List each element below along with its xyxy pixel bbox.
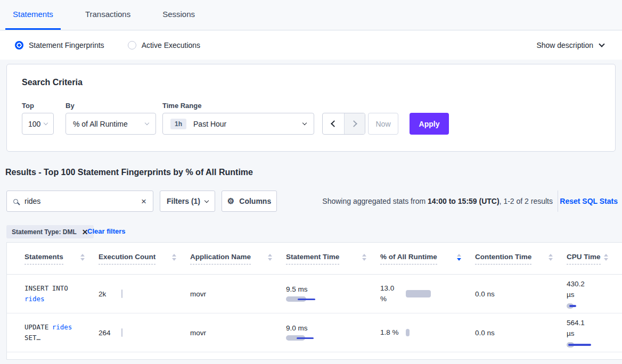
statement-time-cell: 9.5 ms [286, 275, 380, 313]
sort-icon [268, 254, 272, 263]
chevron-down-icon [204, 198, 209, 203]
clear-filters-link[interactable]: Clear filters [87, 227, 126, 235]
search-criteria-title: Search Criteria [22, 78, 83, 87]
view-toggle-bar: Statement Fingerprints Active Executions… [0, 31, 622, 60]
search-input[interactable] [24, 197, 141, 205]
time-next-button[interactable] [344, 113, 365, 134]
cpu-time-bar [567, 342, 604, 348]
chevron-right-icon [350, 120, 357, 127]
col-header-execution-count[interactable]: Execution Count [99, 243, 190, 274]
radio-active-executions[interactable]: Active Executions [128, 41, 201, 49]
statement-time-bar [286, 296, 323, 302]
tab-sessions[interactable]: Sessions [155, 0, 202, 30]
chevron-down-icon [302, 120, 307, 125]
show-description-toggle[interactable]: Show description [536, 41, 604, 49]
search-criteria-panel: Search Criteria Top By Time Range 100 % … [6, 64, 616, 152]
gear-icon: ⚙ [227, 196, 234, 206]
execution-count-cell: 264 [99, 313, 190, 352]
sort-icon [172, 254, 176, 263]
col-header-runtime-pct[interactable]: % of All Runtime [380, 243, 475, 274]
col-header-contention-time[interactable]: Contention Time [475, 243, 567, 274]
col-header-cpu-time[interactable]: CPU Time [567, 243, 622, 274]
chevron-down-icon [145, 120, 149, 125]
table-row: INSERT INTO rides 2k movr 9.5 ms 13.0 % … [7, 275, 622, 313]
chevron-down-icon [44, 120, 48, 125]
radio-label: Active Executions [142, 41, 201, 49]
statement-cell: UPDATE rides SET… [7, 313, 99, 352]
table-header-row: Statements Execution Count Application N… [7, 243, 622, 275]
contention-time-cell: 0.0 ns [475, 313, 567, 352]
top-tab-bar: Statements Transactions Sessions [0, 0, 622, 30]
runtime-pct-bar [406, 290, 432, 297]
top-select[interactable]: 100 [22, 113, 54, 135]
now-button[interactable]: Now [368, 113, 398, 135]
statements-table: Statements Execution Count Application N… [6, 242, 622, 360]
count-bar [121, 289, 122, 298]
sort-icon [362, 254, 366, 263]
apply-button[interactable]: Apply [410, 113, 449, 135]
statement-fingerprint-link[interactable]: rides [24, 295, 45, 303]
tab-transactions[interactable]: Transactions [78, 0, 138, 30]
sort-icon [604, 254, 608, 263]
contention-time-cell: 0.0 ns [475, 275, 567, 313]
runtime-pct-cell: 13.0 % [380, 275, 475, 313]
time-range-label: Time Range [162, 102, 201, 110]
divider [558, 191, 558, 212]
by-label: By [66, 102, 75, 110]
statement-cell: INSERT INTO rides [7, 275, 99, 313]
runtime-pct-bar [406, 329, 432, 336]
col-header-application-name[interactable]: Application Name [190, 243, 286, 274]
radio-statement-fingerprints[interactable]: Statement Fingerprints [15, 41, 104, 49]
filter-chip-statement-type: Statement Type: DML ✕ [6, 225, 94, 238]
radio-label: Statement Fingerprints [29, 41, 104, 49]
reset-sql-stats-link[interactable]: Reset SQL Stats [560, 197, 618, 205]
time-range-select[interactable]: 1h Past Hour [162, 113, 314, 135]
results-heading: Results - Top 100 Statement Fingerprints… [5, 168, 253, 177]
radio-selected-icon [15, 41, 23, 49]
application-name-cell: movr [190, 313, 286, 352]
execution-count-cell: 2k [99, 275, 190, 313]
chevron-left-icon [331, 120, 338, 127]
columns-button[interactable]: ⚙ Columns [222, 191, 277, 212]
chevron-down-icon [599, 41, 604, 47]
top-label: Top [22, 102, 34, 110]
filters-button[interactable]: Filters (1) [160, 191, 215, 212]
col-header-statement-time[interactable]: Statement Time [286, 243, 380, 274]
statement-fingerprint-link[interactable]: rides [52, 323, 72, 331]
by-select[interactable]: % of All Runtime [66, 113, 156, 135]
cpu-time-cell: 564.1 µs [567, 313, 622, 352]
count-bar [121, 328, 122, 337]
cpu-time-cell: 430.2 µs [567, 275, 622, 313]
sort-desc-icon [457, 254, 461, 263]
sort-icon [549, 254, 553, 263]
tab-statements[interactable]: Statements [5, 0, 61, 30]
search-icon [13, 199, 18, 204]
time-nav-group [322, 113, 365, 135]
sort-icon [80, 254, 85, 263]
aggregated-stats-note: Showing aggregated stats from 14:00 to 1… [322, 197, 553, 205]
time-range-badge: 1h [170, 119, 186, 129]
table-footer-spacer [7, 352, 622, 360]
runtime-pct-cell: 1.8 % [380, 313, 475, 352]
application-name-cell: movr [190, 275, 286, 313]
statement-time-bar [286, 335, 323, 341]
table-row: UPDATE rides SET… 264 movr 9.0 ms 1.8 % … [7, 313, 622, 352]
radio-unselected-icon [128, 41, 136, 49]
clear-search-icon[interactable]: × [141, 197, 146, 206]
statement-time-cell: 9.0 ms [286, 313, 380, 352]
cpu-time-bar [567, 303, 604, 309]
time-prev-button[interactable] [323, 113, 344, 134]
statement-search-box: × [6, 191, 153, 212]
col-header-statements[interactable]: Statements [7, 243, 99, 274]
